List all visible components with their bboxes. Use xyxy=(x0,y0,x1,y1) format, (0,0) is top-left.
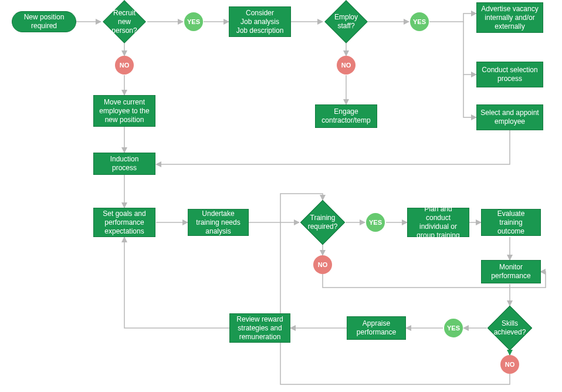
training-label: Training required? xyxy=(308,214,338,231)
appoint-label: Select and appoint employee xyxy=(480,109,539,126)
skills-label: Skills achieved? xyxy=(494,319,526,337)
engage-label: Engage contractor/temp xyxy=(319,107,373,125)
skills-no-badge: NO xyxy=(500,355,519,374)
engage-process: Engage contractor/temp xyxy=(315,104,377,128)
plan-label: Plan and conduct individual or group tra… xyxy=(411,205,465,240)
skills-decision: Skills achieved? xyxy=(487,306,532,350)
yes-label: YES xyxy=(187,18,200,25)
plan-process: Plan and conduct individual or group tra… xyxy=(407,208,469,237)
start-terminator: New position required xyxy=(12,11,76,32)
employ-decision: Employ staff? xyxy=(324,0,368,43)
move-process: Move current employee to the new positio… xyxy=(93,95,155,127)
employ-yes-badge: YES xyxy=(410,12,429,31)
training-decision: Training required? xyxy=(300,200,345,245)
yes-label-3: YES xyxy=(369,219,382,226)
appraise-process: Appraise performance xyxy=(347,316,406,340)
review-label: Review reward strategies and remuneratio… xyxy=(233,315,286,342)
goals-process: Set goals and performance expectations xyxy=(93,208,155,237)
yes-label-4: YES xyxy=(447,325,460,332)
appraise-label: Appraise performance xyxy=(351,319,402,337)
move-label: Move current employee to the new positio… xyxy=(97,98,151,124)
appoint-process: Select and appoint employee xyxy=(476,104,543,130)
no-label-3: NO xyxy=(318,261,328,268)
induction-process: Induction process xyxy=(93,153,155,175)
consider-label: Consider Job analysis Job description xyxy=(236,9,284,35)
recruit-label: Recruit new person? xyxy=(111,9,137,35)
evaluate-process: Evaluate training outcome xyxy=(481,209,541,236)
goals-label: Set goals and performance expectations xyxy=(97,209,151,236)
training-no-badge: NO xyxy=(313,255,332,274)
start-label: New position required xyxy=(16,13,72,31)
yes-label-2: YES xyxy=(413,18,426,25)
monitor-process: Monitor performance xyxy=(481,260,541,283)
no-label-2: NO xyxy=(341,62,351,69)
undertake-label: Undertake training needs analysis xyxy=(192,209,245,236)
flowchart-canvas: New position required Recruit new person… xyxy=(0,0,562,392)
review-process: Review reward strategies and remuneratio… xyxy=(229,313,290,343)
recruit-no-badge: NO xyxy=(115,56,134,75)
evaluate-label: Evaluate training outcome xyxy=(485,209,537,236)
no-label-4: NO xyxy=(505,361,515,368)
training-yes-badge: YES xyxy=(366,213,385,232)
recruit-decision: Recruit new person? xyxy=(103,0,146,43)
skills-yes-badge: YES xyxy=(444,319,463,337)
undertake-process: Undertake training needs analysis xyxy=(188,209,249,236)
recruit-yes-badge: YES xyxy=(184,12,203,31)
employ-label: Employ staff? xyxy=(334,13,358,31)
advertise-label: Advertise vacancy internally and/or exte… xyxy=(480,5,539,31)
employ-no-badge: NO xyxy=(337,56,356,75)
advertise-process: Advertise vacancy internally and/or exte… xyxy=(476,2,543,33)
monitor-label: Monitor performance xyxy=(485,263,537,281)
no-label: NO xyxy=(120,62,130,69)
induction-label: Induction process xyxy=(97,155,151,173)
selection-label: Conduct selection process xyxy=(480,66,539,83)
consider-process: Consider Job analysis Job description xyxy=(229,6,291,37)
selection-process: Conduct selection process xyxy=(476,62,543,87)
